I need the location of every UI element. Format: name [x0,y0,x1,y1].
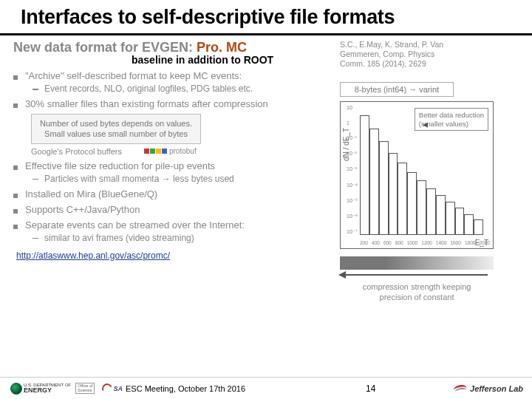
bullet-text: Separate events can be streamed over the… [25,219,245,231]
hist-bar [417,180,426,236]
annot-l2: (smaller values) [419,120,484,128]
caption-l2: precision of constant [340,293,494,303]
bullet-dot [13,194,18,198]
protobuf-row: Google's Protocol buffers protobuf [31,147,331,156]
y-ticks: 10110⁻¹10⁻²10⁻³10⁻⁴10⁻⁵10⁻⁶10⁻⁷ [347,105,358,235]
baseline-note: baseline in addition to ROOT [132,54,331,66]
hist-bar [398,163,407,235]
citation-l2: Gemmeren, Comp. Physics [340,50,516,59]
page-title: Interfaces to self-descriptive file form… [0,0,532,32]
varint-box: 8-bytes (int64) → varint [340,82,454,97]
slide: Interfaces to self-descriptive file form… [0,0,532,399]
bullet-2: 30% smaller files than existing formats … [13,98,331,109]
bullet-dot [13,209,18,214]
subtitle-promc: Pro. MC [197,40,247,55]
bullet-text: 30% smaller files than existing formats … [25,98,268,109]
hist-bar [389,153,398,236]
citation: S.C., E.May, K. Strand, P. Van Gemmeren,… [340,40,516,69]
box-line-2: Small values use small number of bytes [38,129,194,139]
jsa-logo: SA [102,383,123,394]
hist-bar [436,195,446,235]
jlab-logo: Jefferson Lab [454,383,523,394]
bullet-3: Effective file size reduction for pile-u… [13,160,331,171]
left-column: New data format for EVGEN: Pro. MC basel… [13,40,331,261]
page-number: 14 [366,383,375,394]
bullet-text: Installed on Mira (BlueGene/Q) [25,188,157,200]
office-science-pill: Office of Science [75,383,95,394]
doe-line2: ENERGY [24,387,71,394]
hist-bar [426,188,436,236]
hist-bar [455,208,465,235]
bullet-6: Separate events can be streamed over the… [13,219,331,231]
compression-arrow-icon [340,270,494,280]
logo-sq-red [144,149,149,154]
sub-dash [33,89,38,90]
footer: U.S. DEPARTMENT OF ENERGY Office of Scie… [0,377,532,399]
sub-text: similar to avi frames (video streaming) [44,233,194,243]
caption-l1: compression strength keeping [340,282,494,293]
logo-sq-blue [162,149,167,154]
right-column: S.C., E.May, K. Strand, P. Van Gemmeren,… [340,40,516,303]
annot-l1: Better data reduction [419,111,484,119]
doe-text: U.S. DEPARTMENT OF ENERGY [24,383,71,394]
hist-bar [464,214,474,236]
bullet-5: Supports C++/Java/Python [13,204,331,215]
bullet-text: Effective file size reduction for pile-u… [25,160,215,171]
histogram-plot: dN / dE_T E_T 10110⁻¹10⁻²10⁻³10⁻⁴10⁻⁵10⁻… [340,101,494,249]
footer-logos: U.S. DEPARTMENT OF ENERGY Office of Scie… [10,383,123,395]
jlab-text: Jefferson Lab [470,384,523,393]
protobuf-label: Google's Protocol buffers [31,147,122,156]
bullet-dot [13,75,18,80]
protobuf-logo: protobuf [144,147,197,155]
bullet-dot [13,166,18,170]
bullet-1: "Archive" self-described format to keep … [13,70,331,81]
jsa-text: SA [113,385,123,392]
bullet-text: Supports C++/Java/Python [25,204,140,215]
hist-bar [446,202,455,236]
sub-text: Particles with small momenta → less byte… [44,174,234,184]
jlab-swoosh-icon [454,383,468,394]
bullet-4: Installed on Mira (BlueGene/Q) [13,188,331,200]
bullet-1-sub-1: Event records, NLO, original logfiles, P… [33,83,331,94]
bytes-info-box: Number of used bytes depends on values. … [31,114,201,144]
compression-gradient-bar [340,256,494,270]
annotation-arrow-icon: ◂ [423,118,428,130]
sub-dash [33,238,38,239]
subtitle: New data format for EVGEN: Pro. MC [13,40,331,55]
box-line-1: Number of used bytes depends on values. [38,118,194,129]
bullet-text: "Archive" self-described format to keep … [25,70,242,81]
hist-bar [407,172,417,236]
logo-sq-green [150,149,155,154]
sub-text: Event records, NLO, original logfiles, P… [44,83,253,94]
hist-bar [360,115,369,236]
sub-dash [33,179,38,180]
subtitle-prefix: New data format for EVGEN: [13,40,193,55]
doe-logo: U.S. DEPARTMENT OF ENERGY [10,383,71,395]
logo-sq-yellow [156,149,161,154]
hist-bar [369,129,379,235]
citation-l3: Comm. 185 (2014), 2629 [340,59,516,69]
bullet-3-sub-1: Particles with small momenta → less byte… [33,174,331,184]
footer-meeting: ESC Meeting, October 17th 2016 [126,384,245,393]
protobuf-name: protobuf [169,147,197,155]
doe-seal-icon [10,383,22,395]
compression-caption: compression strength keeping precision o… [340,282,494,303]
bullet-6-sub-1: similar to avi frames (video streaming) [33,233,331,243]
office-l2: Science [78,389,92,393]
bullet-dot [13,103,18,108]
title-rule [0,33,532,35]
citation-l1: S.C., E.May, K. Strand, P. Van [340,40,516,50]
hist-bar [379,141,389,235]
jsa-arc-icon [100,382,114,395]
bullet-dot [13,225,18,229]
hist-bar [474,219,483,235]
x-ticks: 200400600800100012001400160018002000 [360,240,490,245]
promc-link[interactable]: http://atlaswww.hep.anl.gov/asc/promc/ [16,250,331,261]
